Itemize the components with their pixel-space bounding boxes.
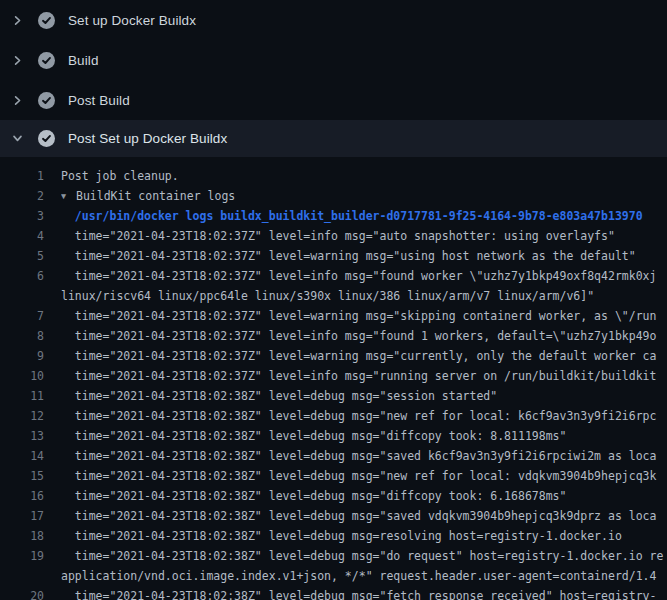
- line-number[interactable]: 8: [0, 329, 44, 343]
- log-line: 6 time="2021-04-23T18:02:37Z" level=info…: [0, 266, 667, 286]
- line-number[interactable]: 12: [0, 409, 44, 423]
- log-line: 2 ▼BuildKit container logs: [0, 186, 667, 206]
- log-line-text: time="2021-04-23T18:02:38Z" level=debug …: [61, 469, 667, 483]
- log-line: 5 time="2021-04-23T18:02:37Z" level=warn…: [0, 246, 667, 266]
- log-line: 7 time="2021-04-23T18:02:37Z" level=warn…: [0, 306, 667, 326]
- log-line-text: time="2021-04-23T18:02:38Z" level=debug …: [61, 429, 667, 443]
- line-number[interactable]: 2: [0, 189, 44, 203]
- check-circle-icon: [38, 92, 55, 109]
- line-number[interactable]: 18: [0, 529, 44, 543]
- log-line-text: linux/riscv64 linux/ppc64le linux/s390x …: [61, 289, 667, 303]
- step-label: Post Build: [68, 93, 130, 108]
- chevron-right-icon: [12, 55, 23, 66]
- log-line-text: time="2021-04-23T18:02:38Z" level=debug …: [61, 449, 667, 463]
- log-line: 4 time="2021-04-23T18:02:37Z" level=info…: [0, 226, 667, 246]
- line-number[interactable]: 7: [0, 309, 44, 323]
- log-line: 20 time="2021-04-23T18:02:38Z" level=deb…: [0, 586, 667, 600]
- line-number[interactable]: 6: [0, 269, 44, 283]
- step-label: Set up Docker Buildx: [68, 13, 196, 28]
- step-label: Post Set up Docker Buildx: [68, 131, 227, 146]
- chevron-right-icon: [12, 15, 23, 26]
- log-line: 3 /usr/bin/docker logs buildx_buildkit_b…: [0, 206, 667, 226]
- log-line-text: application/vnd.oci.image.index.v1+json,…: [61, 569, 667, 583]
- log-line-text: time="2021-04-23T18:02:38Z" level=debug …: [61, 549, 667, 563]
- log-line-text: time="2021-04-23T18:02:37Z" level=warnin…: [61, 349, 667, 363]
- log-line: 13 time="2021-04-23T18:02:38Z" level=deb…: [0, 426, 667, 446]
- line-number[interactable]: 14: [0, 449, 44, 463]
- log-line-text: time="2021-04-23T18:02:38Z" level=debug …: [61, 489, 667, 503]
- step-row-build[interactable]: Build: [0, 40, 667, 80]
- line-number[interactable]: 1: [0, 169, 44, 183]
- log-line: 10 time="2021-04-23T18:02:37Z" level=inf…: [0, 366, 667, 386]
- log-line: 17 time="2021-04-23T18:02:38Z" level=deb…: [0, 506, 667, 526]
- log-line-text: /usr/bin/docker logs buildx_buildkit_bui…: [61, 209, 667, 223]
- log-line: 1 Post job cleanup.: [0, 166, 667, 186]
- log-line: 14 time="2021-04-23T18:02:38Z" level=deb…: [0, 446, 667, 466]
- log-line-text: time="2021-04-23T18:02:37Z" level=info m…: [61, 229, 667, 243]
- log-line: 9 time="2021-04-23T18:02:37Z" level=warn…: [0, 346, 667, 366]
- line-number[interactable]: 3: [0, 209, 44, 223]
- line-number[interactable]: 11: [0, 389, 44, 403]
- chevron-down-icon: [12, 133, 23, 144]
- log-area: 1 Post job cleanup. 2 ▼BuildKit containe…: [0, 157, 667, 600]
- step-row-set-up-docker-buildx[interactable]: Set up Docker Buildx: [0, 0, 667, 40]
- log-line-text: time="2021-04-23T18:02:37Z" level=warnin…: [61, 309, 667, 323]
- check-circle-icon: [38, 130, 55, 147]
- log-line: 16 time="2021-04-23T18:02:38Z" level=deb…: [0, 486, 667, 506]
- steps-list: Set up Docker Buildx Build Post Build Po…: [0, 0, 667, 157]
- log-line-text: time="2021-04-23T18:02:38Z" level=debug …: [61, 389, 667, 403]
- log-line: 8 time="2021-04-23T18:02:37Z" level=info…: [0, 326, 667, 346]
- log-line-text: Post job cleanup.: [61, 169, 667, 183]
- log-line-text: time="2021-04-23T18:02:38Z" level=debug …: [61, 589, 667, 600]
- check-circle-icon: [38, 12, 55, 29]
- log-line-text: time="2021-04-23T18:02:37Z" level=info m…: [61, 329, 667, 343]
- step-row-post-set-up-docker-buildx[interactable]: Post Set up Docker Buildx: [0, 120, 667, 157]
- log-line: 11 time="2021-04-23T18:02:38Z" level=deb…: [0, 386, 667, 406]
- log-line: application/vnd.oci.image.index.v1+json,…: [0, 566, 667, 586]
- step-row-post-build[interactable]: Post Build: [0, 80, 667, 120]
- line-number[interactable]: 10: [0, 369, 44, 383]
- step-label: Build: [68, 53, 99, 68]
- line-number[interactable]: 20: [0, 589, 44, 600]
- log-line: 12 time="2021-04-23T18:02:38Z" level=deb…: [0, 406, 667, 426]
- line-number[interactable]: 4: [0, 229, 44, 243]
- line-number[interactable]: 19: [0, 549, 44, 563]
- line-number[interactable]: 16: [0, 489, 44, 503]
- line-number[interactable]: 13: [0, 429, 44, 443]
- line-number[interactable]: 15: [0, 469, 44, 483]
- check-circle-icon: [38, 52, 55, 69]
- log-line-text: time="2021-04-23T18:02:38Z" level=debug …: [61, 529, 667, 543]
- log-line-text: time="2021-04-23T18:02:38Z" level=debug …: [61, 509, 667, 523]
- log-line: 15 time="2021-04-23T18:02:38Z" level=deb…: [0, 466, 667, 486]
- log-line-text: ▼BuildKit container logs: [61, 189, 667, 203]
- chevron-right-icon: [12, 95, 23, 106]
- log-line: 18 time="2021-04-23T18:02:38Z" level=deb…: [0, 526, 667, 546]
- log-line-text: time="2021-04-23T18:02:37Z" level=warnin…: [61, 249, 667, 263]
- line-number[interactable]: 5: [0, 249, 44, 263]
- group-title: BuildKit container logs: [76, 189, 235, 203]
- line-number[interactable]: 9: [0, 349, 44, 363]
- log-line-text: time="2021-04-23T18:02:38Z" level=debug …: [61, 409, 667, 423]
- log-line: linux/riscv64 linux/ppc64le linux/s390x …: [0, 286, 667, 306]
- log-line: 19 time="2021-04-23T18:02:38Z" level=deb…: [0, 546, 667, 566]
- line-number[interactable]: 17: [0, 509, 44, 523]
- log-line-text: time="2021-04-23T18:02:37Z" level=info m…: [61, 269, 667, 283]
- group-expand-triangle-icon[interactable]: ▼: [61, 191, 76, 201]
- log-line-text: time="2021-04-23T18:02:37Z" level=info m…: [61, 369, 667, 383]
